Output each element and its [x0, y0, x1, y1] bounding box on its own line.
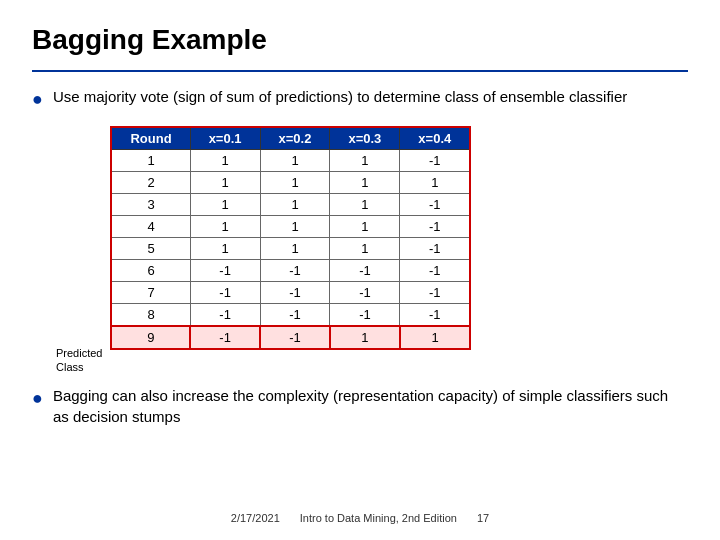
table-cell: 1 — [260, 238, 330, 260]
table-cell: 1 — [190, 194, 260, 216]
table-cell: 4 — [111, 216, 190, 238]
table-cell: -1 — [400, 194, 470, 216]
table-cell: -1 — [190, 326, 260, 349]
table-cell: -1 — [260, 282, 330, 304]
slide: Bagging Example ● Use majority vote (sig… — [0, 0, 720, 540]
table-row: 8-1-1-1-1 — [111, 304, 470, 327]
table-cell: -1 — [400, 282, 470, 304]
predicted-class-label: PredictedClass — [56, 346, 102, 375]
table-cell: -1 — [260, 326, 330, 349]
table-row: 21111 — [111, 172, 470, 194]
table-cell: 1 — [260, 172, 330, 194]
slide-title: Bagging Example — [32, 24, 688, 56]
table-cell: 2 — [111, 172, 190, 194]
table-cell: 1 — [400, 172, 470, 194]
table-row: 9-1-111 — [111, 326, 470, 349]
table-row: 3111-1 — [111, 194, 470, 216]
footer: 2/17/2021 Intro to Data Mining, 2nd Edit… — [32, 512, 688, 524]
title-divider — [32, 70, 688, 72]
col-x02: x=0.2 — [260, 127, 330, 150]
table-cell: 1 — [330, 238, 400, 260]
bullet-1-text: Use majority vote (sign of sum of predic… — [53, 86, 627, 107]
col-round: Round — [111, 127, 190, 150]
table-cell: 1 — [330, 326, 400, 349]
table-cell: 5 — [111, 238, 190, 260]
table-cell: 1 — [260, 194, 330, 216]
table-cell: 1 — [111, 150, 190, 172]
table-row: 7-1-1-1-1 — [111, 282, 470, 304]
table-cell: 1 — [330, 150, 400, 172]
table-cell: 1 — [330, 216, 400, 238]
table-header-row: Round x=0.1 x=0.2 x=0.3 x=0.4 — [111, 127, 470, 150]
table-row: 1111-1 — [111, 150, 470, 172]
table-cell: -1 — [400, 238, 470, 260]
table-row: 6-1-1-1-1 — [111, 260, 470, 282]
table-cell: 1 — [190, 216, 260, 238]
table-cell: 9 — [111, 326, 190, 349]
table-cell: 7 — [111, 282, 190, 304]
table-cell: 6 — [111, 260, 190, 282]
table-cell: -1 — [330, 260, 400, 282]
table-area: PredictedClass Round x=0.1 x=0.2 x=0.3 x… — [56, 126, 688, 375]
table-cell: -1 — [330, 304, 400, 327]
table-cell: 1 — [260, 216, 330, 238]
table-cell: -1 — [190, 282, 260, 304]
table-cell: -1 — [400, 304, 470, 327]
col-x04: x=0.4 — [400, 127, 470, 150]
table-cell: 1 — [190, 238, 260, 260]
table-cell: 8 — [111, 304, 190, 327]
bullet-1: ● Use majority vote (sign of sum of pred… — [32, 86, 688, 112]
table-cell: 1 — [260, 150, 330, 172]
table-cell: -1 — [330, 282, 400, 304]
table-cell: -1 — [260, 304, 330, 327]
data-table: Round x=0.1 x=0.2 x=0.3 x=0.4 1111-12111… — [110, 126, 471, 350]
bullet-2-text: Bagging can also increase the complexity… — [53, 385, 688, 427]
table-cell: 1 — [330, 194, 400, 216]
col-x03: x=0.3 — [330, 127, 400, 150]
table-cell: -1 — [400, 150, 470, 172]
table-cell: 3 — [111, 194, 190, 216]
table-cell: -1 — [190, 304, 260, 327]
table-cell: -1 — [400, 260, 470, 282]
table-cell: -1 — [400, 216, 470, 238]
bullet-dot-2: ● — [32, 386, 43, 411]
table-row: 4111-1 — [111, 216, 470, 238]
table-cell: 1 — [190, 150, 260, 172]
bullet-dot-1: ● — [32, 87, 43, 112]
table-cell: 1 — [330, 172, 400, 194]
footer-course: Intro to Data Mining, 2nd Edition — [300, 512, 457, 524]
table-cell: -1 — [190, 260, 260, 282]
col-x01: x=0.1 — [190, 127, 260, 150]
table-cell: 1 — [190, 172, 260, 194]
table-row: 5111-1 — [111, 238, 470, 260]
footer-page: 17 — [477, 512, 489, 524]
bullet-2: ● Bagging can also increase the complexi… — [32, 385, 688, 427]
table-cell: -1 — [260, 260, 330, 282]
table-cell: 1 — [400, 326, 470, 349]
footer-date: 2/17/2021 — [231, 512, 280, 524]
